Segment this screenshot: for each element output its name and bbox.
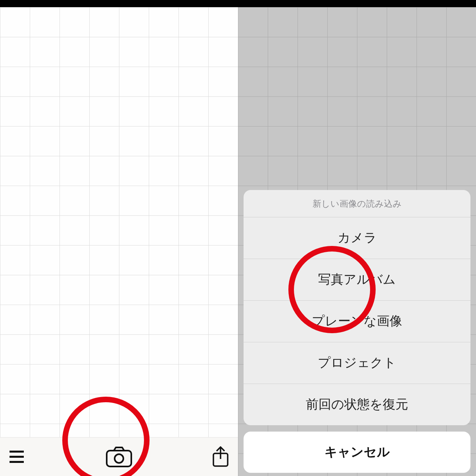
right-screenshot: 新しい画像の読み込み カメラ 写真アルバム プレーンな画像 プロジェクト 前回の… (238, 0, 476, 476)
action-sheet-item-plain-image[interactable]: プレーンな画像 (244, 300, 470, 342)
action-sheet-item-camera[interactable]: カメラ (244, 217, 470, 259)
svg-point-1 (115, 454, 123, 463)
action-sheet-title: 新しい画像の読み込み (244, 190, 470, 217)
status-bar-left (0, 0, 238, 7)
action-sheet-item-photo-album[interactable]: 写真アルバム (244, 259, 470, 300)
canvas-grid-left[interactable] (0, 7, 238, 476)
camera-icon[interactable] (106, 447, 132, 467)
menu-icon[interactable] (9, 449, 25, 465)
share-icon[interactable] (212, 446, 229, 468)
svg-rect-0 (107, 451, 131, 466)
action-sheet: 新しい画像の読み込み カメラ 写真アルバム プレーンな画像 プロジェクト 前回の… (244, 190, 470, 473)
action-sheet-item-restore[interactable]: 前回の状態を復元 (244, 384, 470, 425)
bottom-toolbar (0, 437, 238, 476)
action-sheet-item-project[interactable]: プロジェクト (244, 342, 470, 384)
left-screenshot (0, 0, 238, 476)
cancel-button[interactable]: キャンセル (244, 432, 470, 473)
status-bar-right (238, 0, 476, 7)
action-sheet-panel: 新しい画像の読み込み カメラ 写真アルバム プレーンな画像 プロジェクト 前回の… (244, 190, 470, 425)
